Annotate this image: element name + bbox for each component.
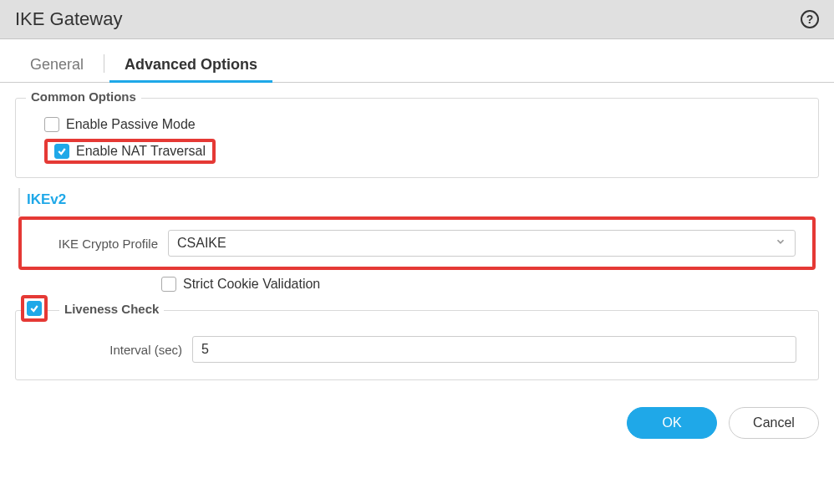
enable-nat-traversal-checkbox[interactable]: [54, 144, 69, 159]
interval-input[interactable]: [192, 336, 796, 363]
tab-general[interactable]: General: [15, 51, 99, 82]
tab-body: Common Options Enable Passive Mode Enabl…: [0, 83, 834, 380]
tab-bar: General Advanced Options: [0, 39, 834, 83]
liveness-check-checkbox[interactable]: [27, 301, 42, 316]
ikev2-section-header: IKEv2: [18, 188, 819, 216]
nat-traversal-highlight: Enable NAT Traversal: [44, 139, 216, 164]
dialog-button-bar: OK Cancel: [0, 390, 834, 454]
crypto-profile-value: CSAIKE: [177, 236, 226, 251]
ok-button[interactable]: OK: [627, 407, 717, 439]
strict-cookie-row: Strict Cookie Validation: [161, 277, 819, 292]
interval-label: Interval (sec): [38, 343, 192, 357]
enable-passive-mode-label: Enable Passive Mode: [66, 117, 196, 132]
dialog-title: IKE Gateway: [15, 8, 122, 30]
enable-passive-mode-checkbox[interactable]: [44, 117, 59, 132]
strict-cookie-label: Strict Cookie Validation: [183, 277, 320, 292]
tab-advanced-options[interactable]: Advanced Options: [109, 51, 272, 82]
help-icon[interactable]: ?: [801, 10, 819, 28]
passive-mode-row: Enable Passive Mode: [44, 117, 805, 132]
common-options-fieldset: Common Options Enable Passive Mode Enabl…: [15, 98, 819, 178]
dialog-titlebar: IKE Gateway ?: [0, 0, 834, 39]
crypto-profile-highlight: IKE Crypto Profile CSAIKE: [18, 216, 816, 270]
crypto-profile-row: IKE Crypto Profile CSAIKE: [30, 227, 804, 260]
check-icon: [57, 146, 67, 156]
cancel-button[interactable]: Cancel: [729, 407, 819, 439]
tab-separator: [104, 54, 104, 73]
enable-nat-traversal-label: Enable NAT Traversal: [76, 144, 206, 159]
common-options-legend: Common Options: [26, 89, 141, 104]
crypto-profile-label: IKE Crypto Profile: [38, 237, 168, 251]
check-icon: [29, 303, 39, 313]
liveness-check-fieldset: Liveness Check Interval (sec): [15, 310, 819, 380]
ike-crypto-profile-select[interactable]: CSAIKE: [168, 230, 796, 257]
liveness-checkbox-highlight: [21, 295, 48, 322]
crypto-profile-control: CSAIKE: [168, 230, 796, 257]
interval-row: Interval (sec): [29, 333, 805, 366]
strict-cookie-checkbox[interactable]: [161, 277, 176, 292]
chevron-down-icon: [775, 236, 786, 251]
liveness-check-legend: Liveness Check: [59, 302, 164, 316]
interval-control: [192, 336, 796, 363]
